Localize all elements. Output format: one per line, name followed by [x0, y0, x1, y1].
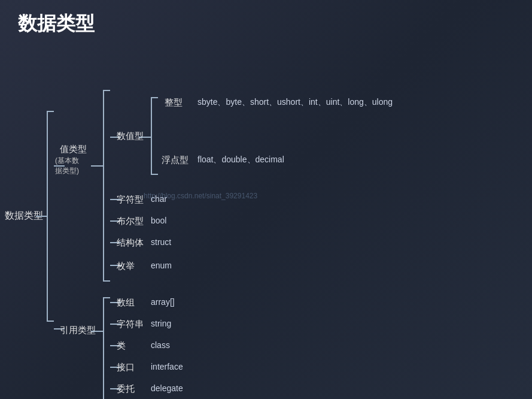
string-type-label: 字符串	[117, 319, 144, 330]
string-type-value: string	[151, 319, 171, 328]
numeric-bracket	[151, 97, 158, 175]
inner-left-connector	[91, 165, 103, 167]
ref-type-label: 引用类型	[60, 325, 96, 336]
main-bracket	[47, 111, 54, 322]
diagram: 数据类型 值类型 (基本数 据类型) 数值型 整型 sbyte、byte、sho…	[0, 48, 532, 395]
class-type-label: 类	[117, 340, 126, 352]
ref-inner-connector	[91, 331, 103, 332]
integer-type-values: sbyte、byte、short、ushort、int、uint、long、ul…	[197, 97, 393, 108]
numeric-connector	[139, 137, 151, 138]
array-type-value: array[]	[151, 297, 175, 307]
root-connector	[36, 216, 47, 217]
array-type-label: 数组	[117, 297, 135, 309]
integer-type-label: 整型	[165, 97, 183, 108]
enum-type-label: 枚举	[117, 261, 135, 272]
interface-type-label: 接口	[117, 362, 135, 373]
page-title: 数据类型	[18, 11, 95, 37]
char-type-label: 字符型	[117, 194, 144, 205]
value-type-bracket	[103, 90, 110, 282]
delegate-type-value: delegate	[151, 383, 183, 393]
enum-type-value: enum	[151, 261, 172, 270]
value-type-label: 值类型	[60, 144, 87, 155]
bool-type-value: bool	[151, 216, 166, 225]
float-type-label: 浮点型	[162, 155, 189, 166]
float-type-values: float、double、decimal	[197, 155, 284, 165]
char-type-value: char	[151, 194, 167, 204]
interface-type-value: interface	[151, 362, 183, 371]
class-type-value: class	[151, 340, 170, 350]
delegate-type-label: 委托	[117, 383, 135, 395]
struct-type-value: struct	[151, 237, 171, 247]
basic-type-sublabel: (基本数 据类型)	[55, 156, 79, 176]
struct-type-label: 结构体	[117, 237, 144, 249]
ref-type-bracket	[103, 297, 110, 399]
bool-type-label: 布尔型	[117, 216, 144, 227]
